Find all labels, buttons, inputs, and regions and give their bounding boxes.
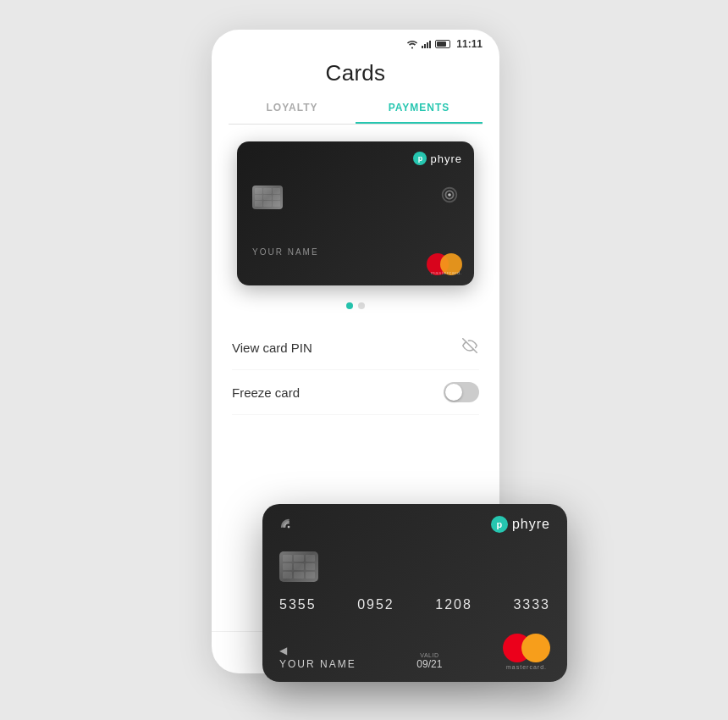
card-name-area: ◀ YOUR NAME xyxy=(279,645,356,670)
nfc-icon xyxy=(440,186,459,208)
valid-thru-label: VALID xyxy=(420,652,438,658)
view-pin-label: View card PIN xyxy=(232,341,312,355)
eye-off-icon[interactable] xyxy=(461,338,479,357)
svg-point-6 xyxy=(288,526,290,529)
big-mastercard-logo: mastercard. xyxy=(503,634,550,670)
tabs-container: LOYALTY PAYMENTS xyxy=(229,93,483,125)
big-mc-yellow xyxy=(521,634,550,662)
big-payment-card[interactable]: p phyre 5355 0952 1208 3333 ◀ YOUR NAME … xyxy=(262,504,567,682)
big-card-chip xyxy=(279,551,318,582)
signal-icon xyxy=(421,40,433,49)
card-number-2: 0952 xyxy=(357,597,394,612)
tab-loyalty[interactable]: LOYALTY xyxy=(229,93,356,124)
svg-rect-3 xyxy=(429,41,431,48)
toggle-thumb xyxy=(445,384,462,401)
battery-icon xyxy=(435,40,450,48)
expiry-value: 09/21 xyxy=(416,658,442,670)
mastercard-label: mastercard. xyxy=(431,270,462,275)
card-number-3: 1208 xyxy=(435,597,472,612)
page-title: Cards xyxy=(212,50,499,93)
card-number: 5355 0952 1208 3333 xyxy=(279,597,550,612)
big-card-holder-name: YOUR NAME xyxy=(279,658,356,670)
big-mc-label: mastercard. xyxy=(506,664,547,670)
small-payment-card[interactable]: p phyre xyxy=(237,141,474,285)
card-number-4: 3333 xyxy=(513,597,550,612)
card-area: p phyre xyxy=(212,125,499,294)
svg-point-4 xyxy=(448,193,451,197)
card-holder-name: YOUR NAME xyxy=(252,247,319,257)
card-bottom: ◀ YOUR NAME VALID 09/21 mastercard. xyxy=(279,634,550,670)
card-chip xyxy=(252,186,283,209)
phyre-brand-text: phyre xyxy=(430,152,462,165)
status-bar: 11:11 xyxy=(212,30,499,50)
expiry-area: VALID 09/21 xyxy=(416,652,442,670)
status-time: 11:11 xyxy=(456,38,483,50)
svg-rect-2 xyxy=(427,42,428,48)
dot-1 xyxy=(346,302,353,309)
freeze-toggle[interactable] xyxy=(444,382,479,402)
card-dots xyxy=(212,302,499,309)
card-number-1: 5355 xyxy=(279,597,317,612)
big-phyre-circle: p xyxy=(491,516,508,533)
big-nfc-icon xyxy=(279,518,298,540)
big-phyre-brand: p phyre xyxy=(491,516,550,533)
svg-rect-1 xyxy=(424,44,426,48)
card-phyre-logo: p phyre xyxy=(413,152,462,165)
freeze-card-label: Freeze card xyxy=(232,385,300,400)
settings-list: View card PIN Freeze card xyxy=(212,318,499,424)
big-phyre-text: phyre xyxy=(512,517,550,532)
scene: 11:11 Cards LOYALTY PAYMENTS p phyre xyxy=(186,30,542,690)
dot-2 xyxy=(358,302,365,309)
big-mc-circles xyxy=(503,634,550,662)
svg-rect-0 xyxy=(422,46,423,48)
tab-payments[interactable]: PAYMENTS xyxy=(356,93,483,124)
status-icons: 11:11 xyxy=(406,38,483,50)
view-pin-item[interactable]: View card PIN xyxy=(232,326,479,370)
freeze-card-item[interactable]: Freeze card xyxy=(232,370,479,415)
wifi-icon xyxy=(406,40,418,49)
play-icon: ◀ xyxy=(279,645,356,656)
phyre-circle-icon: p xyxy=(413,152,427,165)
